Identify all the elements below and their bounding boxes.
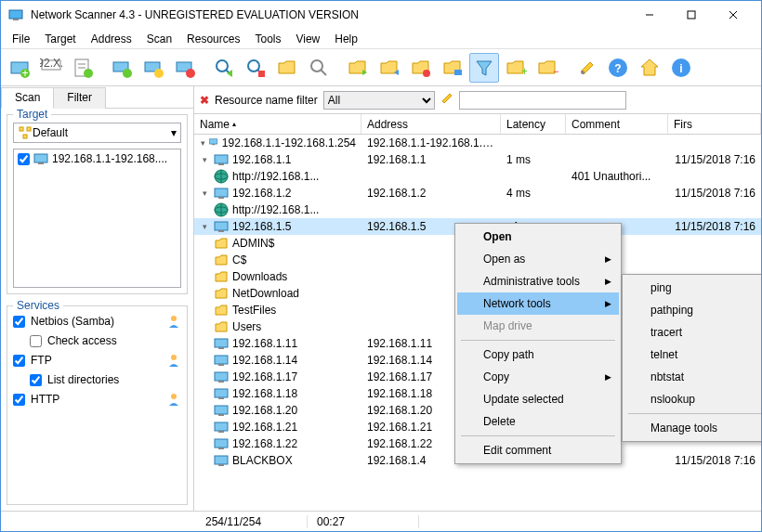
ctx-sub-manage-tools[interactable]: Manage tools: [624, 417, 761, 439]
ctx-copy[interactable]: Copy▶: [457, 366, 619, 388]
tb-folder4[interactable]: [438, 53, 467, 83]
svg-rect-65: [218, 364, 224, 366]
ctx-update-selected[interactable]: Update selected: [457, 388, 619, 410]
tb-help[interactable]: ?: [603, 53, 633, 83]
tb-settings[interactable]: [572, 53, 601, 83]
tb-host-add[interactable]: [107, 53, 137, 83]
ctx-administrative-tools[interactable]: Administrative tools▶: [457, 270, 619, 292]
tb-host-remove[interactable]: [170, 53, 200, 83]
ctx-sub-nslookup[interactable]: nslookup: [624, 388, 761, 410]
tb-scan-stop[interactable]: [241, 53, 270, 83]
service-check[interactable]: [13, 355, 25, 367]
menu-view[interactable]: View: [288, 31, 327, 47]
col-latency[interactable]: Latency: [501, 114, 566, 134]
tb-open-folder[interactable]: [272, 53, 302, 83]
target-list[interactable]: 192.168.1.1-192.168....: [13, 149, 181, 288]
target-item-check[interactable]: [18, 153, 30, 165]
col-address[interactable]: Address: [361, 114, 501, 134]
svg-rect-40: [20, 127, 23, 131]
menu-help[interactable]: Help: [327, 31, 365, 47]
tb-host-edit[interactable]: [138, 53, 168, 83]
table-row[interactable]: http://192.168.1... 401 Unauthori...: [194, 168, 761, 185]
service-sub-check[interactable]: [30, 374, 42, 386]
expander-icon[interactable]: ▾: [200, 138, 205, 149]
close-button[interactable]: [712, 2, 754, 28]
expander-icon[interactable]: ▾: [200, 222, 210, 232]
filter-edit-icon[interactable]: [440, 92, 453, 108]
col-first[interactable]: Firs: [668, 114, 761, 134]
context-menu[interactable]: OpenOpen as▶Administrative tools▶Network…: [454, 223, 622, 464]
host-icon: [214, 420, 229, 435]
menu-target[interactable]: Target: [37, 31, 83, 47]
person-icon: [166, 353, 181, 368]
context-submenu[interactable]: pingpathpingtracerttelnetnbtstatnslookup…: [622, 274, 761, 442]
ctx-open[interactable]: Open: [457, 226, 619, 248]
tb-scan-start[interactable]: [209, 53, 239, 83]
menu-resources[interactable]: Resources: [179, 31, 247, 47]
service-check[interactable]: [13, 394, 25, 406]
expander-icon[interactable]: ▾: [200, 155, 210, 165]
svg-rect-1: [13, 19, 19, 20]
svg-rect-67: [218, 381, 224, 383]
service-sub-check[interactable]: [30, 335, 42, 347]
tb-folder5[interactable]: +: [501, 53, 531, 83]
ctx-sub-ping[interactable]: ping: [624, 277, 761, 299]
service-check[interactable]: [13, 316, 25, 328]
target-item[interactable]: 192.168.1.1-192.168....: [14, 149, 180, 168]
tb-about[interactable]: i: [666, 53, 696, 83]
svg-rect-77: [218, 464, 224, 466]
tb-list[interactable]: [68, 53, 98, 83]
ctx-open-as[interactable]: Open as▶: [457, 248, 619, 270]
tb-home[interactable]: [635, 53, 664, 83]
tb-folder3[interactable]: [406, 53, 436, 83]
target-combo[interactable]: Default ▾: [13, 123, 181, 143]
menu-scan[interactable]: Scan: [139, 31, 179, 47]
svg-rect-0: [9, 10, 22, 19]
row-name: http://192.168.1...: [232, 170, 319, 183]
tb-search[interactable]: [304, 53, 334, 83]
menu-tools[interactable]: Tools: [247, 31, 288, 47]
host-icon: [214, 370, 229, 384]
row-name: 192.168.1.14: [232, 354, 297, 367]
grid-body[interactable]: ▾192.168.1.1-192.168.1.254 192.168.1.1-1…: [194, 135, 761, 511]
table-row[interactable]: ▾192.168.1.1-192.168.1.254 192.168.1.1-1…: [194, 135, 761, 151]
tb-new-scan[interactable]: +: [5, 53, 34, 83]
host-icon: [214, 336, 229, 351]
ctx-edit-comment[interactable]: Edit comment: [457, 439, 619, 461]
col-comment[interactable]: Comment: [566, 114, 668, 134]
filter-combo[interactable]: All: [323, 91, 435, 110]
filter-clear-icon[interactable]: ✖: [200, 94, 209, 107]
tb-folder1[interactable]: [343, 53, 373, 83]
ctx-delete[interactable]: Delete: [457, 410, 619, 433]
ctx-sub-tracert[interactable]: tracert: [624, 321, 761, 344]
ctx-copy-path[interactable]: Copy path: [457, 344, 619, 366]
ctx-sub-pathping[interactable]: pathping: [624, 299, 761, 321]
svg-rect-51: [218, 163, 224, 165]
menu-address[interactable]: Address: [84, 31, 139, 47]
monitor-icon: [33, 151, 48, 166]
row-latency: 4 ms: [501, 187, 566, 200]
svg-point-18: [154, 69, 164, 78]
maximize-button[interactable]: [670, 2, 712, 28]
ctx-sub-nbtstat[interactable]: nbtstat: [624, 366, 761, 388]
table-row[interactable]: ▾192.168.1.2 192.168.1.2 4 ms 11/15/2018…: [194, 185, 761, 201]
ctx-sub-telnet[interactable]: telnet: [624, 344, 761, 366]
table-row[interactable]: http://192.168.1...: [194, 201, 761, 218]
row-address: 192.168.1.1-192.168.1.254: [361, 136, 501, 149]
menu-file[interactable]: File: [5, 31, 37, 47]
col-name[interactable]: Name▴: [194, 114, 361, 134]
ctx-network-tools[interactable]: Network tools▶: [457, 292, 619, 315]
tab-filter[interactable]: Filter: [53, 87, 106, 109]
table-row[interactable]: ▾192.168.1.1 192.168.1.1 1 ms 11/15/2018…: [194, 151, 761, 168]
tb-ip-range[interactable]: 192.X.X: [36, 53, 66, 83]
svg-rect-72: [215, 422, 228, 431]
tb-folder6[interactable]: −: [532, 53, 562, 83]
minimize-button[interactable]: [628, 2, 670, 28]
tb-folder2[interactable]: [374, 53, 404, 83]
expander-icon[interactable]: ▾: [200, 188, 210, 199]
service-row: HTTP: [13, 392, 181, 407]
tb-filter-funnel[interactable]: [469, 53, 499, 83]
tab-scan[interactable]: Scan: [1, 87, 54, 109]
filter-input[interactable]: [459, 91, 626, 110]
svg-rect-26: [258, 71, 265, 77]
